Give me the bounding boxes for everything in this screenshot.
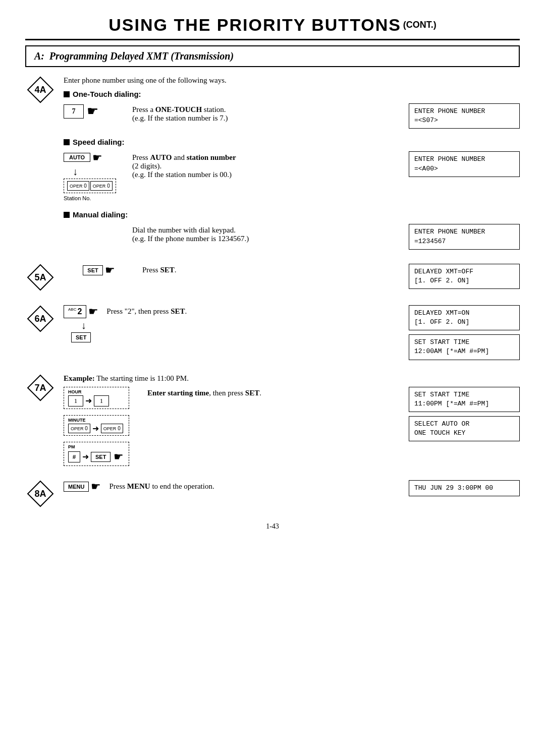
pm-key: # bbox=[68, 451, 80, 462]
step-8a-content: MENU ☛ Press MENU to end the operation. … bbox=[64, 480, 520, 496]
step-6a-displays: DELAYED XMT=ON [1. OFF 2. ON] SET START … bbox=[409, 305, 520, 360]
step-8a: 8A MENU ☛ Press MENU to end the operatio… bbox=[25, 480, 520, 507]
step-5a-content: SET ☛ Press SET. DELAYED XMT=OFF [1. OFF… bbox=[64, 264, 520, 289]
manual-desc: Dial the number with dial keypad. (e.g. … bbox=[132, 224, 401, 243]
badge-6a: 6A bbox=[25, 305, 56, 332]
hand-icon-speed: ☛ bbox=[92, 151, 102, 164]
section-a-box: A: Programming Delayed XMT (Transmission… bbox=[25, 45, 520, 67]
minute-box: MINUTE OPER 0 ➜ OPER 0 bbox=[64, 415, 129, 436]
step-5a-display: DELAYED XMT=OFF [1. OFF 2. ON] bbox=[409, 264, 520, 289]
page-number: 1-43 bbox=[25, 522, 520, 531]
step-4a: 4A Enter phone number using one of the f… bbox=[25, 76, 520, 250]
step-4a-intro: Enter phone number using one of the foll… bbox=[64, 76, 520, 85]
step-6a-display1: DELAYED XMT=ON [1. OFF 2. ON] bbox=[409, 305, 520, 330]
step-7a-display2: SELECT AUTO OR ONE TOUCH KEY bbox=[409, 416, 520, 441]
arrow-right-min: ➜ bbox=[92, 424, 99, 433]
menu-key: MENU bbox=[64, 482, 89, 492]
title-divider bbox=[25, 39, 520, 40]
badge-4a: 4A bbox=[25, 76, 56, 103]
speed-display: ENTER PHONE NUMBER =<A00> bbox=[409, 151, 520, 177]
step-8a-diagram: MENU ☛ bbox=[64, 480, 101, 493]
hand-icon-ot: ☛ bbox=[87, 103, 98, 119]
hand-icon-6a: ☛ bbox=[88, 305, 98, 318]
station-no-label: Station No. bbox=[64, 195, 91, 201]
step-7a-diagram: HOUR 1 ➜ 1 MINUTE OPER 0 ➜ OPER 0 bbox=[64, 387, 139, 466]
oper-key-2: OPER 0 bbox=[90, 181, 113, 191]
step-6a-content: ABC 2 ☛ ↓ SET Press "2", then press SET.… bbox=[64, 305, 520, 360]
step-7a-display1: SET START TIME 11:00PM [*=AM #=PM] bbox=[409, 387, 520, 412]
set-key-7a: SET bbox=[91, 452, 111, 462]
step-7a-displays: SET START TIME 11:00PM [*=AM #=PM] SELEC… bbox=[409, 387, 520, 442]
one-touch-section: One-Touch dialing: 7 ☛ Press a ONE-TOUCH… bbox=[64, 90, 520, 129]
step-8a-display: THU JUN 29 3:00PM 00 bbox=[409, 480, 520, 496]
bullet-manual bbox=[64, 212, 70, 218]
manual-display: ENTER PHONE NUMBER =1234567 bbox=[409, 224, 520, 249]
min-key1: OPER 0 bbox=[68, 424, 90, 433]
step-7a-text: Enter starting time, then press SET. bbox=[147, 387, 401, 397]
station-dashed-box: OPER 0 OPER 0 bbox=[64, 179, 116, 193]
one-touch-diagram: 7 ☛ bbox=[64, 103, 124, 119]
hand-icon-5a: ☛ bbox=[105, 264, 115, 277]
hour-box: HOUR 1 ➜ 1 bbox=[64, 387, 129, 409]
station-num-bold: station number bbox=[187, 153, 236, 161]
pm-box: PM # ➜ SET ☛ bbox=[64, 442, 129, 466]
menu-bold-8a: MENU bbox=[127, 482, 150, 490]
step-7a-body: Example: The starting time is 11:00 PM. … bbox=[64, 374, 520, 466]
hand-icon-7a: ☛ bbox=[114, 450, 124, 463]
set-key-5a: SET bbox=[83, 265, 102, 275]
badge-7a: 7A bbox=[25, 374, 56, 401]
bullet-speed bbox=[64, 139, 70, 145]
one-touch-display: ENTER PHONE NUMBER =<S07> bbox=[409, 103, 520, 129]
hand-icon-8a: ☛ bbox=[91, 480, 101, 493]
step-7a-example: Example: The starting time is 11:00 PM. bbox=[64, 374, 520, 383]
badge-5a: 5A bbox=[25, 264, 56, 291]
one-touch-bold: ONE-TOUCH bbox=[155, 105, 202, 113]
bullet-one-touch bbox=[64, 91, 70, 97]
one-touch-desc: Press a ONE-TOUCH station. (e.g. If the … bbox=[132, 103, 401, 123]
auto-bold: AUTO bbox=[150, 153, 172, 161]
abc2-key: ABC 2 bbox=[64, 305, 86, 318]
step-5a-diagram: SET ☛ bbox=[64, 264, 134, 277]
speed-dial-section: Speed dialing: AUTO ☛ ↓ OPER 0 OPER 0 bbox=[64, 138, 520, 201]
oper-key-1: OPER 0 bbox=[67, 181, 89, 191]
arrow-down-6a: ↓ bbox=[81, 319, 86, 331]
step-6a-text: Press "2", then press SET. bbox=[106, 305, 401, 316]
step-5a-text: Press SET. bbox=[142, 264, 401, 274]
auto-key: AUTO bbox=[64, 153, 90, 162]
set-key-6a: SET bbox=[71, 332, 91, 342]
speed-dial-diagram: AUTO ☛ ↓ OPER 0 OPER 0 Station No. bbox=[64, 151, 124, 201]
speed-desc: Press AUTO and station number (2 digits)… bbox=[132, 151, 401, 179]
step-6a-display2: SET START TIME 12:00AM [*=AM #=PM] bbox=[409, 334, 520, 360]
min-key2: OPER 0 bbox=[101, 424, 123, 433]
hour-key1: 1 bbox=[68, 395, 83, 406]
step-6a: 6A ABC 2 ☛ ↓ SET Press "2", then press S… bbox=[25, 305, 520, 360]
arrow-right-pm: ➜ bbox=[82, 452, 89, 461]
hour-key2: 1 bbox=[94, 395, 109, 406]
page-title: USING THE PRIORITY BUTTONS (CONT.) bbox=[25, 15, 520, 35]
step-6a-diagram: ABC 2 ☛ ↓ SET bbox=[64, 305, 98, 342]
set-bold-5a: SET bbox=[160, 266, 174, 274]
one-touch-key: 7 bbox=[64, 104, 84, 119]
badge-8a: 8A bbox=[25, 480, 56, 507]
set-bold-6a: SET bbox=[171, 307, 185, 315]
step-7a: 7A Example: The starting time is 11:00 P… bbox=[25, 374, 520, 466]
step-5a: 5A SET ☛ Press SET. DELAYED XMT=OFF [1. … bbox=[25, 264, 520, 291]
arrow-down-speed: ↓ bbox=[73, 165, 78, 178]
manual-dial-section: Manual dialing: Dial the number with dia… bbox=[64, 210, 520, 249]
step-8a-text: Press MENU to end the operation. bbox=[109, 480, 401, 491]
arrow-right-hour: ➜ bbox=[85, 396, 92, 405]
